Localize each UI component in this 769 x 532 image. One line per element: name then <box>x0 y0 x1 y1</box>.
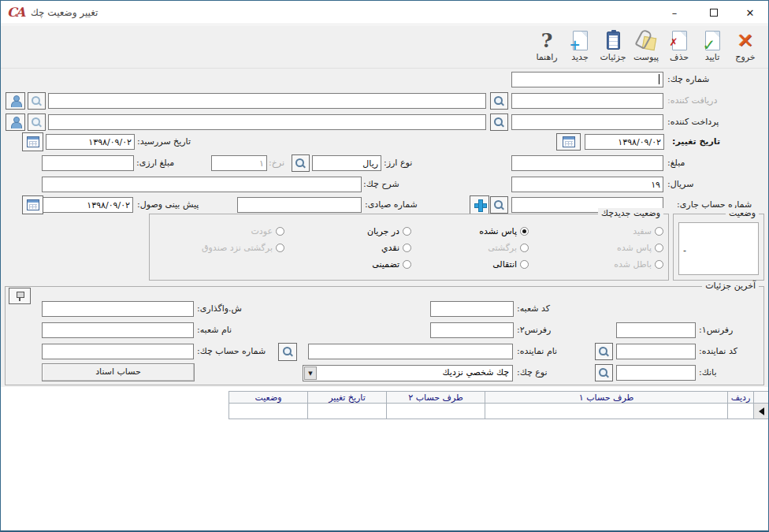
reference1-input[interactable] <box>616 322 696 338</box>
check-account-no-label: شماره حساب چك: <box>197 346 266 356</box>
details-icon <box>600 28 626 53</box>
check-number-input[interactable] <box>511 72 663 87</box>
radio-label: در جریان <box>367 226 399 236</box>
radio-selected-icon <box>520 227 529 236</box>
rate-input[interactable] <box>211 155 267 171</box>
dropdown-arrow-icon[interactable]: ▼ <box>304 366 317 380</box>
radio-label: تضمینی <box>372 259 399 270</box>
payer-name-search-button[interactable] <box>28 113 46 131</box>
receiver-name-search-button[interactable] <box>28 92 46 110</box>
new-button[interactable]: + جدید <box>563 26 596 67</box>
branch-code-input[interactable] <box>430 301 514 317</box>
currency-type-input[interactable] <box>312 155 381 171</box>
collection-forecast-input[interactable] <box>43 197 133 213</box>
exit-button[interactable]: خروج <box>729 26 762 67</box>
account-docs-button[interactable]: حساب اسناد <box>42 363 195 381</box>
column-header-status[interactable]: وضعیت <box>228 391 307 404</box>
change-date-label: تاریخ تغییر: <box>672 136 720 147</box>
check-description-input[interactable] <box>42 177 362 192</box>
radio-white[interactable]: سفید <box>633 226 663 236</box>
radio-bounced[interactable]: برگشتی <box>488 243 529 253</box>
radio-icon <box>655 260 663 269</box>
radio-bounced-at-cashbox[interactable]: برگشتی نزد صندوق <box>202 243 284 253</box>
radio-returned[interactable]: عودت <box>251 226 285 236</box>
currency-amount-input[interactable] <box>42 155 134 171</box>
radio-in-progress[interactable]: در جریان <box>367 226 411 236</box>
close-button[interactable]: ✕ <box>737 1 763 24</box>
payer-name-input[interactable] <box>48 114 486 130</box>
due-date-calendar-button[interactable] <box>22 132 43 151</box>
cell-account-party-2[interactable] <box>386 404 485 419</box>
transfer-no-input[interactable] <box>42 301 194 317</box>
row-selector[interactable] <box>753 404 769 419</box>
cell-account-party-1[interactable] <box>485 404 727 419</box>
maximize-button[interactable] <box>700 1 727 24</box>
agent-name-input[interactable] <box>308 344 513 359</box>
status-value-box: - <box>678 222 759 275</box>
attach-button[interactable]: پیوست <box>630 26 663 67</box>
due-date-label: تاریخ سررسید: <box>137 136 191 147</box>
help-button[interactable]: راهنما <box>530 26 563 67</box>
radio-cash[interactable]: نقدي <box>381 243 411 253</box>
minimize-button[interactable]: – <box>661 1 688 24</box>
column-header-change-date[interactable]: تاریخ تغییر <box>307 391 386 404</box>
payer-label: پرداخت كننده: <box>667 117 719 127</box>
calendar-icon <box>563 136 575 147</box>
column-header-account-party-1[interactable]: طرف حساب ۱ <box>485 391 727 404</box>
sayad-number-input[interactable] <box>237 197 362 213</box>
radio-not-cleared[interactable]: پاس نشده <box>479 226 529 236</box>
exit-button-label: خروج <box>735 52 755 62</box>
current-account-search-button[interactable] <box>490 196 508 214</box>
payer-code-input[interactable] <box>511 114 663 130</box>
payer-search-button[interactable] <box>490 113 508 131</box>
branch-name-input[interactable] <box>42 322 194 338</box>
cell-row-number[interactable] <box>727 404 753 419</box>
confirm-button[interactable]: ✓ تایید <box>696 26 729 67</box>
titlebar: CA تغییر وضعیت چك – ✕ <box>1 1 768 24</box>
transfer-no-label: ش.واگذاری: <box>197 303 242 314</box>
details-button[interactable]: جزئیات <box>596 26 630 67</box>
change-date-calendar-button[interactable] <box>556 133 581 151</box>
receiver-person-button[interactable] <box>6 92 25 110</box>
radio-guarantee[interactable]: تضمینی <box>372 259 411 270</box>
filter-header-cell[interactable] <box>753 391 769 404</box>
due-date-input[interactable] <box>46 134 135 150</box>
table-row <box>228 404 769 419</box>
receiver-code-input[interactable] <box>511 93 663 109</box>
agent-code-input[interactable] <box>616 344 696 359</box>
bank-search-button[interactable] <box>595 364 613 381</box>
amount-input[interactable] <box>511 155 663 171</box>
cell-status[interactable] <box>228 404 307 419</box>
receiver-name-input[interactable] <box>48 93 486 109</box>
column-header-account-party-2[interactable]: طرف حساب ۲ <box>386 391 485 404</box>
radio-icon <box>655 244 663 252</box>
help-icon <box>534 28 559 53</box>
delete-button[interactable]: ✗ حذف <box>663 26 696 67</box>
agent-code-label: کد نماینده: <box>699 346 737 356</box>
agent-name-search-button[interactable] <box>278 343 297 361</box>
currency-search-button[interactable] <box>292 154 310 172</box>
maximize-icon <box>710 9 718 17</box>
add-account-button[interactable] <box>470 195 489 214</box>
radio-cleared[interactable]: پاس شده <box>617 243 663 253</box>
app-window: CA تغییر وضعیت چك – ✕ راهنما + جدید جزئی… <box>0 0 769 532</box>
help-button-label: راهنما <box>536 52 557 62</box>
collection-forecast-calendar-button[interactable] <box>22 195 43 214</box>
row-selector-icon <box>759 407 764 415</box>
cell-change-date[interactable] <box>307 404 386 419</box>
radio-label: باطل شده <box>614 259 652 270</box>
reference2-input[interactable] <box>430 322 514 338</box>
serial-input[interactable] <box>511 177 663 192</box>
change-date-input[interactable] <box>585 134 664 150</box>
check-type-combobox[interactable]: چك شخصي نزديك ▼ <box>303 365 513 381</box>
check-account-no-input[interactable] <box>42 344 194 359</box>
column-header-row-number[interactable]: ردیف <box>727 391 753 404</box>
radio-voided[interactable]: باطل شده <box>614 259 663 270</box>
bank-input[interactable] <box>616 365 696 381</box>
pin-button[interactable] <box>9 288 31 304</box>
radio-transferred[interactable]: انتقالی <box>492 259 529 270</box>
payer-person-button[interactable] <box>6 113 25 131</box>
receiver-search-button[interactable] <box>490 92 508 110</box>
exit-icon <box>733 28 758 53</box>
agent-search-button[interactable] <box>595 343 613 360</box>
